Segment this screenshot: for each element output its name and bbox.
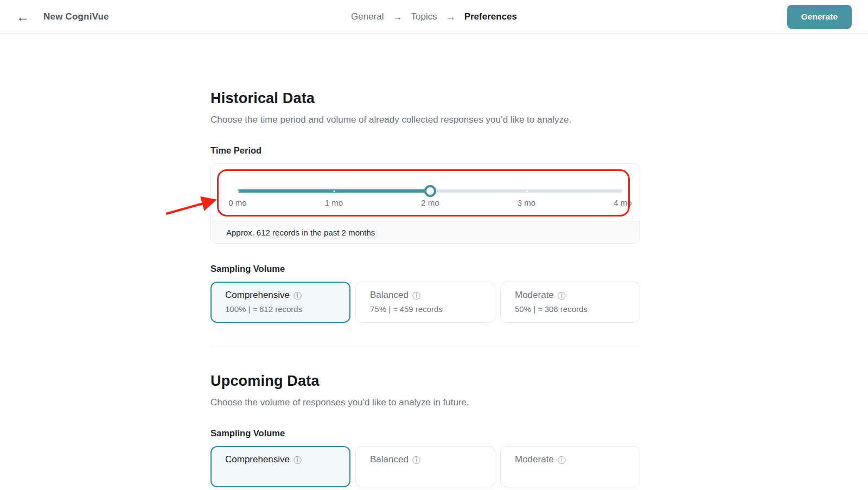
option-balanced[interactable]: Balanced ⓘ: [355, 446, 495, 487]
time-period-label: Time Period: [210, 145, 640, 156]
option-label: Balanced: [370, 290, 409, 301]
breadcrumb: General → Topics → Preferences: [351, 11, 517, 22]
option-detail: 100% | ≈ 612 records: [225, 304, 349, 314]
option-label: Comprehensive: [225, 290, 290, 301]
slider-tick-labels: 0 mo 1 mo 2 mo 3 mo 4 mo: [238, 198, 623, 209]
upcoming-sampling-volume-label: Sampling Volume: [210, 428, 640, 438]
info-icon[interactable]: ⓘ: [293, 291, 302, 300]
generate-button[interactable]: Generate: [787, 5, 852, 29]
upcoming-data-title: Upcoming Data: [210, 373, 640, 390]
tick-label-3mo: 3 mo: [518, 198, 535, 207]
info-icon[interactable]: ⓘ: [558, 291, 566, 300]
arrow-right-icon: →: [446, 11, 456, 22]
tick-label-1mo: 1 mo: [325, 198, 343, 207]
back-button[interactable]: ←: [16, 10, 29, 23]
option-detail: 50% | ≈ 306 records: [515, 304, 640, 314]
breadcrumb-general[interactable]: General: [351, 11, 384, 22]
info-icon[interactable]: ⓘ: [558, 456, 566, 464]
section-divider: [210, 347, 640, 347]
slider-tick-4: [622, 190, 623, 192]
slider-tick-3: [526, 190, 527, 192]
option-label: Comprehensive: [225, 454, 290, 465]
upcoming-data-description: Choose the volume of responses you'd lik…: [210, 397, 640, 408]
historical-sampling-volume-label: Sampling Volume: [210, 264, 640, 274]
arrow-left-icon: ←: [16, 9, 29, 24]
time-period-slider: 0 mo 1 mo 2 mo 3 mo 4 mo: [211, 164, 640, 222]
historical-sampling-options: Comprehensive ⓘ 100% | ≈ 612 records Bal…: [210, 282, 640, 323]
slider-handle[interactable]: [424, 185, 436, 197]
tick-label-2mo: 2 mo: [421, 198, 439, 207]
arrow-right-icon: →: [392, 11, 402, 22]
time-period-card: 0 mo 1 mo 2 mo 3 mo 4 mo Approx. 612 rec…: [210, 163, 640, 244]
slider-track[interactable]: [238, 189, 623, 193]
option-label: Balanced: [370, 454, 409, 465]
historical-data-title: Historical Data: [210, 90, 640, 107]
historical-data-description: Choose the time period and volume of alr…: [210, 114, 640, 125]
tick-label-4mo: 4 mo: [614, 198, 631, 207]
slider-tick-0: [238, 190, 239, 192]
option-balanced[interactable]: Balanced ⓘ 75% | ≈ 459 records: [355, 282, 495, 323]
option-label: Moderate: [515, 454, 554, 465]
records-summary: Approx. 612 records in the past 2 months: [211, 221, 640, 243]
info-icon[interactable]: ⓘ: [412, 456, 420, 464]
option-label: Moderate: [515, 290, 554, 301]
breadcrumb-preferences[interactable]: Preferences: [464, 11, 517, 22]
option-detail: 75% | ≈ 459 records: [370, 304, 495, 314]
info-icon[interactable]: ⓘ: [412, 291, 420, 300]
option-comprehensive[interactable]: Comprehensive ⓘ 100% | ≈ 612 records: [210, 282, 350, 323]
tick-label-0mo: 0 mo: [228, 198, 246, 207]
option-moderate[interactable]: Moderate ⓘ: [500, 446, 640, 487]
main-content: Historical Data Choose the time period a…: [210, 90, 640, 487]
option-moderate[interactable]: Moderate ⓘ 50% | ≈ 306 records: [500, 282, 640, 323]
top-bar: ← New CogniVue General → Topics → Prefer…: [0, 0, 868, 34]
info-icon[interactable]: ⓘ: [293, 456, 302, 464]
slider-tick-1: [333, 190, 335, 192]
page-title: New CogniVue: [43, 11, 109, 22]
breadcrumb-topics[interactable]: Topics: [411, 11, 437, 22]
upcoming-sampling-options: Comprehensive ⓘ Balanced ⓘ Moderate ⓘ: [210, 446, 640, 487]
option-comprehensive[interactable]: Comprehensive ⓘ: [210, 446, 350, 487]
